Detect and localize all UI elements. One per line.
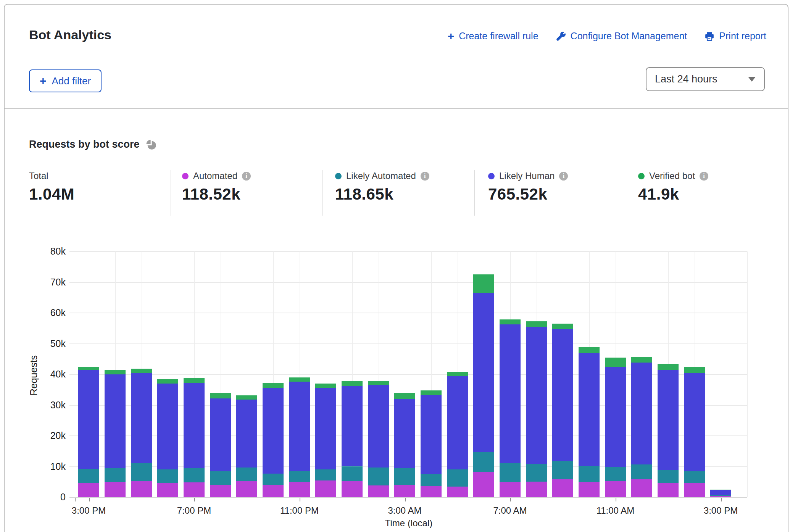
bar-segment-automated[interactable] bbox=[289, 482, 310, 497]
bar-segment-likely-human[interactable] bbox=[710, 490, 731, 495]
bar-segment-likely-human[interactable] bbox=[184, 383, 205, 469]
bar-segment-likely-human[interactable] bbox=[447, 376, 468, 469]
bar-segment-verified-bot[interactable] bbox=[421, 390, 442, 395]
bar-segment-likely-automated[interactable] bbox=[500, 463, 521, 482]
bar-segment-likely-human[interactable] bbox=[631, 363, 652, 464]
bar-segment-automated[interactable] bbox=[184, 482, 205, 497]
bar-segment-automated[interactable] bbox=[342, 481, 363, 497]
bar-segment-automated[interactable] bbox=[579, 482, 600, 497]
bar-segment-likely-automated[interactable] bbox=[131, 463, 152, 481]
time-range-select[interactable]: Last 24 hours bbox=[646, 67, 765, 91]
bar-segment-likely-human[interactable] bbox=[131, 373, 152, 463]
bar-segment-automated[interactable] bbox=[631, 479, 652, 497]
bar-segment-likely-automated[interactable] bbox=[105, 468, 126, 482]
add-filter-button[interactable]: + Add filter bbox=[29, 69, 102, 92]
bar-segment-automated[interactable] bbox=[236, 481, 257, 497]
bar-segment-likely-automated[interactable] bbox=[421, 474, 442, 486]
bar-segment-likely-automated[interactable] bbox=[289, 471, 310, 482]
bar-segment-likely-automated[interactable] bbox=[684, 471, 705, 483]
bar-segment-verified-bot[interactable] bbox=[342, 381, 363, 386]
bar-segment-verified-bot[interactable] bbox=[684, 367, 705, 373]
bar-segment-automated[interactable] bbox=[394, 485, 415, 497]
bar-segment-automated[interactable] bbox=[605, 481, 626, 497]
bar-segment-verified-bot[interactable] bbox=[500, 319, 521, 325]
bar-segment-verified-bot[interactable] bbox=[210, 393, 231, 398]
bar-segment-likely-human[interactable] bbox=[684, 373, 705, 471]
bar-segment-automated[interactable] bbox=[157, 483, 178, 497]
bar-segment-verified-bot[interactable] bbox=[131, 369, 152, 373]
bar-segment-likely-automated[interactable] bbox=[236, 468, 257, 481]
bar-segment-automated[interactable] bbox=[263, 485, 284, 497]
bar-segment-verified-bot[interactable] bbox=[658, 364, 679, 370]
bar-segment-likely-human[interactable] bbox=[289, 382, 310, 471]
bar-segment-likely-automated[interactable] bbox=[710, 495, 731, 496]
bar-segment-likely-human[interactable] bbox=[315, 388, 336, 469]
bar-segment-likely-automated[interactable] bbox=[342, 466, 363, 481]
bar-segment-verified-bot[interactable] bbox=[105, 370, 126, 374]
bar-segment-likely-human[interactable] bbox=[368, 385, 389, 468]
bar-segment-likely-human[interactable] bbox=[658, 370, 679, 470]
bar-segment-likely-human[interactable] bbox=[210, 398, 231, 472]
bar-segment-likely-automated[interactable] bbox=[78, 469, 99, 483]
bar-segment-verified-bot[interactable] bbox=[447, 372, 468, 376]
info-icon[interactable]: i bbox=[559, 172, 568, 181]
bar-segment-likely-human[interactable] bbox=[526, 327, 547, 464]
bar-segment-likely-automated[interactable] bbox=[605, 467, 626, 481]
bar-segment-automated[interactable] bbox=[131, 481, 152, 497]
bar-segment-automated[interactable] bbox=[658, 483, 679, 497]
bar-segment-likely-automated[interactable] bbox=[184, 468, 205, 482]
bar-segment-likely-human[interactable] bbox=[473, 293, 494, 452]
bar-segment-verified-bot[interactable] bbox=[394, 393, 415, 399]
bar-segment-automated[interactable] bbox=[710, 496, 731, 497]
print-report-link[interactable]: Print report bbox=[705, 31, 766, 42]
bar-segment-likely-human[interactable] bbox=[157, 384, 178, 469]
bar-segment-likely-human[interactable] bbox=[579, 353, 600, 466]
bar-segment-verified-bot[interactable] bbox=[631, 357, 652, 363]
bar-segment-verified-bot[interactable] bbox=[579, 347, 600, 353]
bar-segment-automated[interactable] bbox=[210, 485, 231, 497]
bar-segment-likely-automated[interactable] bbox=[473, 452, 494, 472]
bar-segment-likely-human[interactable] bbox=[421, 395, 442, 474]
bar-segment-likely-automated[interactable] bbox=[315, 469, 336, 480]
bar-segment-likely-human[interactable] bbox=[105, 374, 126, 468]
bar-segment-automated[interactable] bbox=[368, 485, 389, 497]
bar-segment-verified-bot[interactable] bbox=[184, 378, 205, 382]
bar-segment-verified-bot[interactable] bbox=[263, 383, 284, 388]
bar-segment-likely-automated[interactable] bbox=[631, 464, 652, 479]
bar-segment-automated[interactable] bbox=[684, 483, 705, 497]
bar-segment-verified-bot[interactable] bbox=[473, 274, 494, 293]
bar-segment-likely-human[interactable] bbox=[394, 399, 415, 468]
bar-segment-verified-bot[interactable] bbox=[236, 395, 257, 399]
bar-segment-verified-bot[interactable] bbox=[289, 377, 310, 382]
create-firewall-rule-link[interactable]: + Create firewall rule bbox=[448, 31, 538, 42]
bar-segment-likely-human[interactable] bbox=[78, 370, 99, 469]
bar-segment-likely-automated[interactable] bbox=[658, 470, 679, 483]
bar-segment-likely-automated[interactable] bbox=[552, 461, 573, 479]
bar-segment-likely-automated[interactable] bbox=[394, 468, 415, 485]
bar-segment-automated[interactable] bbox=[552, 479, 573, 497]
info-icon[interactable]: i bbox=[700, 172, 708, 181]
bar-segment-likely-human[interactable] bbox=[236, 400, 257, 468]
bar-segment-likely-human[interactable] bbox=[342, 386, 363, 466]
bar-segment-automated[interactable] bbox=[447, 487, 468, 497]
bar-segment-likely-human[interactable] bbox=[500, 324, 521, 463]
bar-segment-verified-bot[interactable] bbox=[605, 358, 626, 367]
bar-segment-likely-automated[interactable] bbox=[579, 466, 600, 482]
bar-segment-likely-automated[interactable] bbox=[368, 468, 389, 485]
bar-segment-verified-bot[interactable] bbox=[368, 381, 389, 385]
bar-segment-automated[interactable] bbox=[315, 480, 336, 497]
bar-segment-verified-bot[interactable] bbox=[552, 324, 573, 329]
bar-segment-automated[interactable] bbox=[473, 472, 494, 497]
bar-segment-verified-bot[interactable] bbox=[526, 321, 547, 327]
bar-segment-likely-automated[interactable] bbox=[157, 469, 178, 483]
info-icon[interactable]: i bbox=[242, 172, 251, 181]
bar-segment-automated[interactable] bbox=[421, 486, 442, 497]
bar-segment-likely-automated[interactable] bbox=[210, 471, 231, 485]
bar-segment-likely-human[interactable] bbox=[552, 329, 573, 461]
configure-bot-management-link[interactable]: Configure Bot Management bbox=[556, 31, 687, 42]
bar-segment-verified-bot[interactable] bbox=[315, 384, 336, 388]
bar-segment-automated[interactable] bbox=[105, 482, 126, 497]
bar-segment-verified-bot[interactable] bbox=[710, 490, 731, 490]
info-icon[interactable]: i bbox=[421, 172, 429, 181]
bar-segment-likely-human[interactable] bbox=[605, 367, 626, 467]
